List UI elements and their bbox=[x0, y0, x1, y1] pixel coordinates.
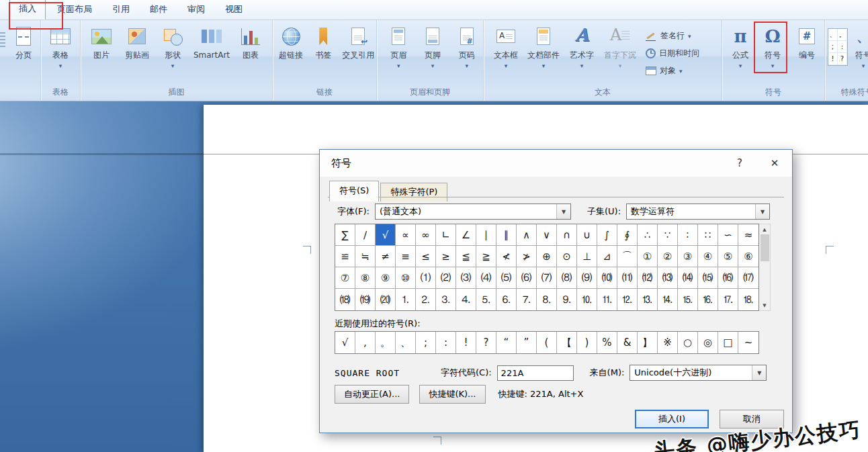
recent-symbol-cell[interactable]: & bbox=[617, 332, 638, 353]
hyperlink-button[interactable]: 超链接 bbox=[275, 22, 306, 60]
recent-symbol-cell[interactable]: ( bbox=[537, 332, 557, 353]
symbol-cell[interactable]: ⒎ bbox=[517, 289, 537, 310]
recent-symbol-cell[interactable]: % bbox=[597, 332, 617, 353]
symbol-cell[interactable]: ∝ bbox=[396, 224, 416, 246]
symbol-cell[interactable]: ⒇ bbox=[376, 289, 396, 310]
header-button[interactable]: 页眉 bbox=[382, 22, 415, 66]
symbol-cell[interactable]: ∞ bbox=[416, 224, 436, 246]
footer-button[interactable]: 页脚 bbox=[417, 22, 449, 66]
symbol-cell[interactable]: ③ bbox=[678, 246, 698, 267]
ribbon-tab[interactable]: 审阅 bbox=[179, 0, 214, 19]
symbol-cell[interactable]: ⊥ bbox=[577, 246, 597, 267]
punctuation-cell[interactable]: : bbox=[838, 41, 847, 53]
recent-symbol-cell[interactable]: ” bbox=[517, 332, 537, 353]
shortcut-key-button[interactable]: 快捷键(K)... bbox=[419, 385, 485, 404]
recent-symbol-cell[interactable]: ※ bbox=[658, 332, 678, 353]
symbol-cell[interactable]: ⑾ bbox=[617, 267, 638, 289]
symbol-cell[interactable]: ⒖ bbox=[678, 289, 698, 310]
symbol-cell[interactable]: ⑽ bbox=[597, 267, 617, 289]
symbol-cell[interactable]: ⒌ bbox=[476, 289, 496, 310]
drop-cap-button[interactable]: 首字下沉 bbox=[601, 22, 640, 66]
chevron-down-icon[interactable] bbox=[755, 204, 769, 219]
symbol-cell[interactable]: ⒊ bbox=[436, 289, 456, 310]
symbol-cell[interactable]: ⑺ bbox=[537, 267, 557, 289]
bookmark-button[interactable]: 书签 bbox=[308, 22, 339, 60]
ribbon-tab[interactable]: 页面布局 bbox=[48, 0, 101, 19]
recent-symbol-cell[interactable]: ~ bbox=[738, 332, 758, 353]
symbol-cell[interactable]: ⒒ bbox=[597, 289, 617, 310]
symbol-cell[interactable]: ⑹ bbox=[517, 267, 537, 289]
symbol-cell[interactable]: ⑧ bbox=[355, 267, 376, 289]
ribbon-tab[interactable]: 插入 bbox=[9, 0, 46, 19]
symbol-cell[interactable]: ∩ bbox=[557, 224, 577, 246]
punctuation-cell[interactable]: ; bbox=[828, 41, 838, 53]
shapes-button[interactable]: 形状 bbox=[156, 22, 189, 66]
symbol-cell[interactable]: ⌒ bbox=[617, 246, 638, 267]
symbol-cell[interactable]: ⑥ bbox=[738, 246, 758, 267]
symbol-cell[interactable]: ⑦ bbox=[335, 267, 355, 289]
symbol-cell[interactable]: ∷ bbox=[698, 224, 718, 246]
recent-symbol-cell[interactable]: ○ bbox=[678, 332, 698, 353]
help-button[interactable]: ? bbox=[722, 150, 757, 177]
text-box-button[interactable]: 文本框 bbox=[489, 22, 523, 66]
dialog-title-bar[interactable]: 符号 ? ✕ bbox=[320, 150, 792, 177]
dialog-tab[interactable]: 符号(S) bbox=[329, 181, 379, 201]
recent-symbol-cell[interactable]: 。 bbox=[376, 332, 396, 353]
dialog-tab[interactable]: 特殊字符(P) bbox=[380, 183, 447, 201]
symbol-cell[interactable]: ⊙ bbox=[557, 246, 577, 267]
symbol-cell[interactable]: ⒔ bbox=[638, 289, 658, 310]
symbol-cell[interactable]: ≤ bbox=[416, 246, 436, 267]
recent-symbol-cell[interactable]: “ bbox=[496, 332, 517, 353]
symbol-cell[interactable]: ∕ bbox=[355, 224, 376, 246]
symbol-cell[interactable]: ⒗ bbox=[698, 289, 718, 310]
ribbon-tab[interactable]: 邮件 bbox=[141, 0, 176, 19]
symbol-cell[interactable]: ⑶ bbox=[456, 267, 476, 289]
symbol-cell[interactable]: ⒕ bbox=[658, 289, 678, 310]
insert-button[interactable]: 插入(I) bbox=[635, 410, 709, 428]
symbol-cell[interactable]: ⒍ bbox=[496, 289, 517, 310]
page-number-button[interactable]: 页码 bbox=[450, 22, 483, 66]
punctuation-cell[interactable]: 、 bbox=[828, 29, 838, 41]
symbol-cell[interactable]: ⑤ bbox=[718, 246, 738, 267]
chevron-down-icon[interactable] bbox=[752, 365, 766, 380]
symbol-cell[interactable]: ≦ bbox=[456, 246, 476, 267]
symbol-cell[interactable]: ⑸ bbox=[496, 267, 517, 289]
symbol-cell[interactable]: ④ bbox=[698, 246, 718, 267]
symbol-cell[interactable]: ⒁ bbox=[678, 267, 698, 289]
special-symbol-button[interactable]: 、 符号 bbox=[848, 22, 868, 66]
symbol-cell[interactable]: ≈ bbox=[738, 224, 758, 246]
symbol-cell[interactable]: ⑻ bbox=[557, 267, 577, 289]
object-button[interactable]: 对象 bbox=[644, 62, 722, 79]
punctuation-cell[interactable]: 。 bbox=[838, 29, 847, 41]
symbol-cell[interactable]: ⒀ bbox=[658, 267, 678, 289]
symbol-cell[interactable]: ⒐ bbox=[557, 289, 577, 310]
recent-symbol-cell[interactable]: □ bbox=[718, 332, 738, 353]
symbol-cell[interactable]: ∫ bbox=[597, 224, 617, 246]
clip-art-button[interactable]: 剪贴画 bbox=[120, 22, 155, 66]
symbol-cell[interactable]: ≒ bbox=[355, 246, 376, 267]
symbol-cell[interactable]: ⒄ bbox=[738, 267, 758, 289]
recent-symbol-cell[interactable]: ◎ bbox=[698, 332, 718, 353]
symbol-cell[interactable]: ⑴ bbox=[416, 267, 436, 289]
ribbon-tab[interactable]: 视图 bbox=[216, 0, 251, 19]
recent-symbol-cell[interactable]: 【 bbox=[557, 332, 577, 353]
recent-symbol-cell[interactable]: : bbox=[436, 332, 456, 353]
symbol-cell[interactable]: ∥ bbox=[496, 224, 517, 246]
symbol-cell[interactable]: ⒅ bbox=[335, 289, 355, 310]
symbol-cell[interactable]: ≠ bbox=[376, 246, 396, 267]
recent-symbol-cell[interactable]: 、 bbox=[396, 332, 416, 353]
symbol-cell[interactable]: ⒋ bbox=[456, 289, 476, 310]
symbol-cell[interactable]: ⒘ bbox=[718, 289, 738, 310]
number-button[interactable]: # 编号 bbox=[789, 22, 824, 66]
symbol-cell[interactable]: ② bbox=[658, 246, 678, 267]
symbol-cell[interactable]: ≡ bbox=[396, 246, 416, 267]
scroll-down-icon[interactable] bbox=[759, 300, 770, 310]
page-break-button[interactable]: 分页 bbox=[8, 22, 39, 60]
equation-button[interactable]: π 公式 bbox=[725, 22, 756, 66]
scroll-up-icon[interactable] bbox=[759, 224, 770, 234]
quick-parts-button[interactable]: 文档部件 bbox=[524, 22, 563, 66]
symbol-cell[interactable]: ⊿ bbox=[597, 246, 617, 267]
symbol-cell[interactable]: ⒃ bbox=[718, 267, 738, 289]
wordart-button[interactable]: 艺术字 bbox=[564, 22, 599, 66]
symbol-cell[interactable]: ≮ bbox=[496, 246, 517, 267]
